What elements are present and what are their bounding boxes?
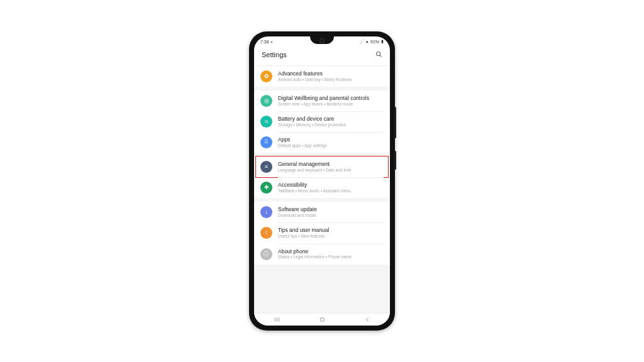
settings-row-tips-manual[interactable]: ! Tips and user manual Useful tips • New…	[254, 222, 390, 243]
general-management-icon: ≡	[260, 161, 272, 173]
power-button	[394, 151, 396, 170]
software-update-icon: ↓	[260, 206, 272, 218]
row-subtitle: Useful tips • New features	[278, 234, 384, 239]
row-title: General management	[278, 161, 384, 168]
settings-row-software-update[interactable]: ↓ Software update Download and install	[254, 202, 390, 222]
tips-icon: !	[260, 227, 272, 239]
page-title: Settings	[262, 51, 287, 58]
wifi-icon: ⋰	[360, 39, 364, 44]
back-button[interactable]	[364, 314, 371, 326]
digital-wellbeing-icon: ◎	[260, 95, 272, 107]
recents-button[interactable]	[274, 314, 280, 326]
signal-icon: ▴	[366, 39, 369, 44]
row-title: Advanced features	[278, 70, 384, 77]
settings-group: ✿ Advanced features Android Auto • Side …	[254, 66, 390, 87]
settings-list[interactable]: ✿ Advanced features Android Auto • Side …	[254, 66, 390, 313]
row-subtitle: Status • Legal information • Phone name	[278, 255, 384, 260]
row-subtitle: Language and keyboard • Date and time	[278, 168, 384, 173]
settings-row-apps[interactable]: ⠿ Apps Default apps • App settings	[254, 132, 390, 153]
navigation-bar	[254, 313, 390, 326]
home-button[interactable]	[319, 314, 326, 326]
screen: 7:38 ▪ ⋰ ▴ 91% ▮ Settings ✿ Advanced f	[254, 36, 390, 326]
search-button[interactable]	[375, 49, 382, 60]
row-title: Software update	[278, 206, 384, 213]
apps-icon: ⠿	[260, 136, 272, 148]
row-subtitle: Default apps • App settings	[278, 143, 384, 148]
svg-point-0	[376, 52, 380, 55]
svg-rect-5	[320, 317, 324, 321]
advanced-features-icon: ✿	[260, 70, 272, 82]
row-subtitle: Screen time • App timers • Bedtime mode	[278, 102, 384, 107]
about-phone-icon: ⓘ	[260, 248, 272, 260]
back-icon	[364, 316, 371, 323]
row-title: Battery and device care	[278, 116, 384, 123]
row-title: Accessibility	[278, 182, 384, 189]
settings-row-about-phone[interactable]: ⓘ About phone Status • Legal information…	[254, 244, 390, 265]
accessibility-icon: ✚	[260, 182, 272, 194]
volume-button	[394, 107, 396, 138]
row-subtitle: Download and install	[278, 213, 384, 218]
home-icon	[319, 316, 326, 323]
search-icon	[375, 51, 382, 58]
battery-icon: ▮	[381, 39, 384, 44]
row-title: Digital Wellbeing and parental controls	[278, 95, 384, 102]
app-header: Settings	[254, 45, 390, 66]
settings-row-advanced-features[interactable]: ✿ Advanced features Android Auto • Side …	[254, 66, 390, 87]
settings-group: ↓ Software update Download and install !…	[254, 202, 390, 264]
row-title: About phone	[278, 248, 384, 255]
settings-row-battery-device-care[interactable]: ⌾ Battery and device care Storage • Memo…	[254, 111, 390, 132]
notch	[310, 36, 334, 44]
settings-row-digital-wellbeing[interactable]: ◎ Digital Wellbeing and parental control…	[254, 90, 390, 111]
battery-care-icon: ⌾	[260, 116, 272, 128]
battery-percent: 91%	[370, 40, 379, 44]
row-subtitle: Android Auto • Side key • Bixby Routines	[278, 77, 384, 82]
svg-line-1	[380, 55, 382, 57]
row-subtitle: TalkBack • Mono audio • Assistant menu	[278, 189, 384, 194]
row-subtitle: Storage • Memory • Device protection	[278, 123, 384, 128]
row-title: Apps	[278, 136, 384, 143]
settings-row-general-management[interactable]: ≡ General management Language and keyboa…	[254, 156, 390, 177]
settings-group: ≡ General management Language and keyboa…	[254, 156, 390, 198]
settings-group: ◎ Digital Wellbeing and parental control…	[254, 90, 390, 153]
row-title: Tips and user manual	[278, 227, 384, 234]
settings-row-accessibility[interactable]: ✚ Accessibility TalkBack • Mono audio • …	[254, 177, 390, 198]
phone-frame: 7:38 ▪ ⋰ ▴ 91% ▮ Settings ✿ Advanced f	[249, 31, 395, 331]
status-time: 7:38	[260, 40, 269, 44]
camera-indicator-icon: ▪	[271, 40, 272, 44]
recents-icon	[274, 316, 280, 323]
